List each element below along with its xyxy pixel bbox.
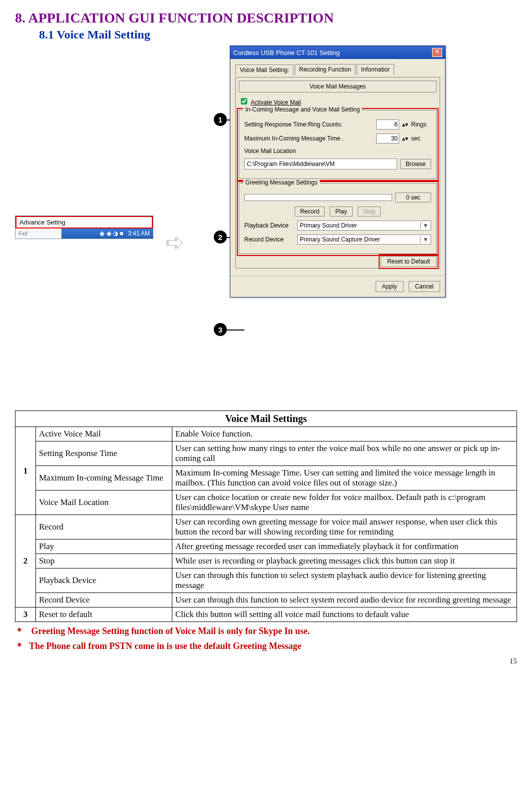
chevron-down-icon: ▼ (420, 222, 429, 229)
callout-3: 3 (214, 323, 227, 336)
table-cell-desc: User can setting how many rings to enter… (172, 442, 517, 466)
table-cell-name: Stop (36, 554, 172, 568)
response-time-value[interactable]: 6 (376, 120, 399, 130)
stop-button[interactable]: Stop (358, 206, 381, 216)
figure-area: Advance Settng Fxif ◉ ◉ ◑ ■ 3:41 AM ➪ 1 … (15, 46, 517, 406)
tray-icons: ◉ ◉ ◑ ■ (99, 230, 123, 237)
page-subheading: 8.1 Voice Mail Setting (39, 28, 517, 42)
subtab-voice-mail-messages[interactable]: Voice Mail Messages (239, 80, 437, 92)
page-number: 15 (15, 657, 517, 666)
playback-device-value: Primary Sound Driver (300, 222, 357, 229)
callout-2: 2 (214, 230, 227, 244)
table-cell-name: Play (36, 540, 172, 554)
table-cell-desc: User can choice location or create new f… (172, 490, 517, 515)
activate-voice-mail-checkbox[interactable]: Activate Voice Mail (239, 99, 301, 106)
tab-voice-mail-settings[interactable]: Voice Mail Setting: (235, 64, 294, 76)
footnote-1: ＊ Greeting Message Setting function of V… (15, 625, 517, 637)
table-cell-name: Record (36, 515, 172, 540)
table-section-number: 2 (15, 515, 36, 608)
table-cell-name: Setting Response Time (36, 442, 172, 466)
page-heading: 8. APPLICATION GUI FUNCTION DESCRIPTION (15, 10, 517, 26)
cancel-button[interactable]: Cancel (409, 281, 440, 292)
group-incoming-legend: In-Coming Message and Voice Mail Setting (243, 106, 362, 113)
taskbar-tray: ◉ ◉ ◑ ■ 3:41 AM (61, 228, 153, 238)
playback-device-label: Playback Device (244, 222, 294, 229)
tray-clock: 3:41 AM (128, 230, 150, 237)
table-cell-desc: User can through this function to select… (172, 593, 517, 608)
max-msg-time-unit: sec (411, 135, 431, 142)
record-button[interactable]: Record (295, 206, 325, 216)
table-cell-desc: Click this button will setting all voice… (172, 608, 517, 622)
playback-device-dropdown[interactable]: Primary Sound Driver ▼ (297, 220, 431, 230)
group-greeting-legend: Greeting Message Settings (243, 179, 320, 186)
max-msg-time-value[interactable]: 30 (376, 134, 399, 144)
table-cell-desc: After greeting message recorded user can… (172, 540, 517, 554)
table-cell-name: Reset to default (36, 608, 172, 622)
asterisk-icon: ＊ (15, 641, 24, 651)
dialog-titlebar: Cordless USB Phone CT-101 Setting ✕ (230, 46, 445, 59)
table-header: Voice Mail Settings (15, 411, 517, 427)
tab-row: Voice Mail Setting: Recording Function I… (235, 64, 440, 75)
table-cell-desc: While user is recording or playback gree… (172, 554, 517, 568)
callout-line-3 (227, 330, 244, 330)
group-greeting-settings: Greeting Message Settings 0 sec Record P… (239, 183, 437, 254)
vm-location-label: Voice Mail Location (244, 148, 431, 154)
settings-dialog: Cordless USB Phone CT-101 Setting ✕ Voic… (230, 46, 446, 298)
table-cell-name: Maximum In-coming Message Time (36, 466, 172, 490)
greeting-progress-readout: 0 sec (395, 192, 431, 202)
spinner-icon[interactable]: ▴▾ (402, 135, 408, 142)
record-device-value: Primary Sound Capture Driver (300, 236, 380, 243)
max-msg-time-label: Maximum In-Coming Message Time . (244, 135, 373, 142)
dialog-title: Cordless USB Phone CT-101 Setting (233, 49, 340, 56)
spinner-icon[interactable]: ▴▾ (402, 121, 408, 128)
advance-setting-thumbnail: Advance Settng Fxif ◉ ◉ ◑ ■ 3:41 AM (15, 216, 153, 239)
right-arrow-icon: ➪ (165, 228, 185, 256)
record-device-dropdown[interactable]: Primary Sound Capture Driver ▼ (297, 234, 431, 244)
response-time-label: Setting Response Time:Ring Counts: (244, 121, 373, 128)
table-cell-desc: User can recording own greeting message … (172, 515, 517, 540)
footnote-2-text: The Phone call from PSTN come in is use … (29, 641, 301, 651)
activate-voice-mail-input[interactable] (241, 98, 247, 104)
vm-location-input[interactable]: C:\Program Files\Middleware\VM (244, 158, 397, 170)
chevron-down-icon: ▼ (420, 236, 429, 243)
footnote-2: ＊The Phone call from PSTN come in is use… (15, 640, 517, 652)
apply-button[interactable]: Apply (376, 281, 404, 292)
table-cell-name: Playback Device (36, 568, 172, 593)
response-time-unit: Rings (411, 121, 431, 128)
table-cell-desc: Enable Voice function. (172, 427, 517, 442)
table-cell-name: Active Voice Mail (36, 427, 172, 442)
group-incoming-settings: In-Coming Message and Voice Mail Setting… (239, 110, 437, 179)
fxif-label: Fxif (15, 230, 61, 238)
advance-setting-menu-item[interactable]: Advance Settng (15, 216, 153, 228)
table-section-number: 1 (15, 427, 36, 515)
footnote-1-text: Greeting Message Setting function of Voi… (31, 626, 310, 636)
asterisk-icon: ＊ (15, 626, 24, 636)
greeting-progress-bar (244, 194, 392, 201)
table-cell-desc: User can through this function to select… (172, 568, 517, 593)
table-cell-name: Record Device (36, 593, 172, 608)
reset-to-default-button[interactable]: Reset to Default (381, 256, 437, 267)
tab-information[interactable]: Informatior (357, 64, 394, 75)
tab-recording-function[interactable]: Recording Function (295, 64, 356, 75)
table-section-number: 3 (15, 608, 36, 622)
table-cell-name: Voice Mail Location (36, 490, 172, 515)
play-button[interactable]: Play (330, 206, 352, 216)
browse-button[interactable]: Browse (400, 159, 431, 169)
close-icon[interactable]: ✕ (432, 48, 442, 57)
callout-1: 1 (214, 113, 227, 126)
voice-mail-settings-table: Voice Mail Settings 1 Active Voice Mail … (15, 410, 517, 622)
activate-voice-mail-label: Activate Voice Mail (251, 99, 301, 106)
record-device-label: Record Device (244, 236, 294, 243)
table-cell-desc: Maximum In-coming Message Time. User can… (172, 466, 517, 490)
